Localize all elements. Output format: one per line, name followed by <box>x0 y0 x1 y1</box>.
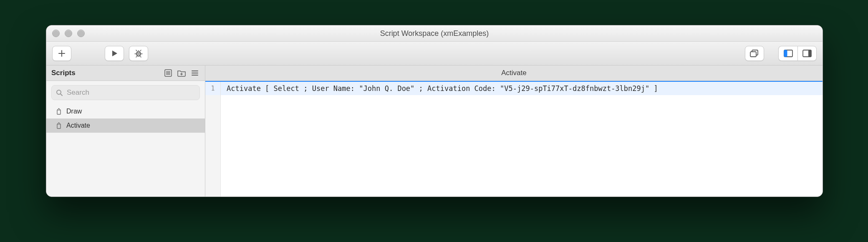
window-controls <box>52 30 85 37</box>
script-line[interactable]: 1 Activate [ Select ; User Name: "John Q… <box>205 81 823 95</box>
scripts-panel-title: Scripts <box>51 69 76 77</box>
debug-button[interactable] <box>129 46 148 61</box>
window-title: Script Workspace (xmExamples) <box>46 29 823 38</box>
line-content: Activate [ Select ; User Name: "John Q. … <box>221 82 823 95</box>
svg-rect-4 <box>784 50 787 57</box>
list-icon <box>191 69 199 77</box>
editor-tab-title: Activate <box>205 66 823 81</box>
run-button[interactable] <box>105 46 124 61</box>
body: Scripts <box>46 66 823 197</box>
titlebar: Script Workspace (xmExamples) <box>46 25 823 42</box>
toggle-left-panel-button[interactable] <box>778 46 797 61</box>
close-window-button[interactable] <box>52 30 60 37</box>
scripts-search[interactable] <box>51 85 200 100</box>
editor-body[interactable]: 1 Activate [ Select ; User Name: "John Q… <box>205 81 823 197</box>
toggle-list-view-button[interactable] <box>190 68 200 78</box>
include-in-menu-button[interactable] <box>163 68 173 78</box>
line-number: 1 <box>205 82 221 95</box>
script-item-draw[interactable]: Draw <box>46 104 205 118</box>
script-icon <box>56 108 63 115</box>
script-icon <box>56 122 63 129</box>
script-item-label: Draw <box>66 108 82 115</box>
toolbar <box>46 42 823 66</box>
script-list[interactable]: Draw Activate <box>46 104 205 197</box>
app-window: Script Workspace (xmExamples) <box>46 25 823 197</box>
search-icon <box>56 89 63 96</box>
minimize-window-button[interactable] <box>65 30 72 37</box>
svg-rect-2 <box>750 52 756 57</box>
editor-empty-area[interactable] <box>205 95 823 197</box>
panel-toggle-group <box>778 46 817 61</box>
view-tabs-button[interactable] <box>745 46 764 61</box>
checklist-icon <box>164 69 172 77</box>
scripts-panel-header: Scripts <box>46 66 205 81</box>
script-item-activate[interactable]: Activate <box>46 118 205 133</box>
plus-icon <box>58 49 66 58</box>
folder-plus-icon <box>177 69 186 77</box>
toggle-right-panel-button[interactable] <box>797 46 817 61</box>
stacked-windows-icon <box>750 50 759 57</box>
search-wrap <box>46 81 205 104</box>
script-item-label: Activate <box>66 122 90 129</box>
script-editor: Activate 1 Activate [ Select ; User Name… <box>205 66 823 197</box>
scripts-sidebar: Scripts <box>46 66 205 197</box>
search-input[interactable] <box>66 88 195 97</box>
left-panel-icon <box>784 50 793 57</box>
svg-rect-6 <box>808 50 811 57</box>
zoom-window-button[interactable] <box>77 30 85 37</box>
new-folder-button[interactable] <box>177 68 187 78</box>
bug-icon <box>134 49 143 58</box>
right-panel-icon <box>802 50 812 57</box>
play-icon <box>111 50 118 57</box>
gutter-empty <box>205 95 221 197</box>
new-script-button[interactable] <box>52 46 71 61</box>
